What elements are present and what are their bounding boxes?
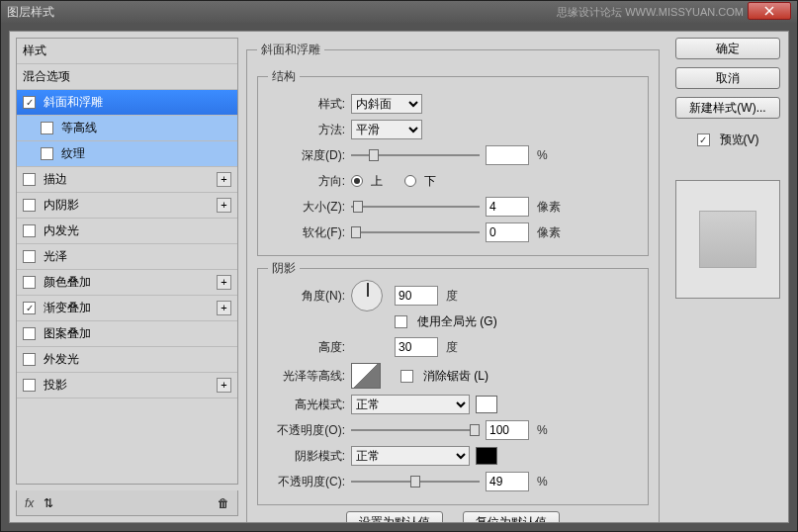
effect-checkbox[interactable] [41, 122, 53, 134]
sidebar-item[interactable]: 外发光 [17, 347, 237, 373]
sidebar-item[interactable]: 描边+ [17, 167, 237, 193]
trash-icon[interactable]: 🗑 [218, 496, 229, 510]
shadow-mode-label: 阴影模式: [268, 448, 345, 465]
ok-button[interactable]: 确定 [675, 38, 780, 59]
effect-checkbox[interactable] [23, 250, 36, 263]
watermark: 思缘设计论坛 WWW.MISSYUAN.COM [557, 5, 744, 20]
add-effect-icon[interactable]: + [217, 172, 231, 187]
preview-label: 预览(V) [720, 132, 759, 148]
sidebar-item[interactable]: 颜色叠加+ [17, 270, 237, 296]
depth-input[interactable] [486, 145, 529, 165]
size-slider[interactable] [351, 199, 480, 215]
reset-default-button[interactable]: 复位为默认值 [463, 511, 560, 522]
sidebar-item[interactable]: 投影+ [17, 373, 237, 399]
highlight-opacity-label: 不透明度(O): [268, 422, 345, 439]
effect-label: 纹理 [61, 145, 85, 162]
group-title: 斜面和浮雕 [257, 42, 324, 58]
effect-label: 投影 [44, 377, 67, 394]
angle-dial[interactable] [351, 280, 383, 311]
shadow-opacity-unit: % [537, 475, 548, 488]
angle-label: 角度(N): [268, 288, 345, 305]
highlight-mode-select[interactable]: 正常 [351, 395, 470, 414]
shadow-opacity-slider[interactable] [351, 474, 480, 489]
method-select[interactable]: 平滑 [351, 120, 422, 139]
angle-input[interactable] [395, 286, 438, 306]
depth-label: 深度(D): [268, 147, 345, 164]
new-style-button[interactable]: 新建样式(W)... [675, 97, 780, 119]
soften-slider[interactable] [351, 224, 480, 240]
effect-checkbox[interactable] [23, 199, 36, 212]
soften-label: 软化(F): [268, 224, 345, 241]
add-effect-icon[interactable]: + [217, 198, 231, 213]
style-label: 样式: [268, 96, 345, 113]
effect-label: 渐变叠加 [44, 300, 91, 316]
style-select[interactable]: 内斜面 [351, 94, 422, 114]
highlight-opacity-unit: % [537, 423, 548, 437]
direction-down-radio[interactable] [404, 175, 416, 187]
highlight-mode-label: 高光模式: [268, 397, 345, 413]
add-effect-icon[interactable]: + [217, 301, 231, 315]
shadow-mode-select[interactable]: 正常 [351, 446, 470, 466]
effect-checkbox[interactable] [23, 173, 36, 186]
effect-checkbox[interactable] [23, 379, 36, 392]
effect-label: 内阴影 [44, 197, 79, 214]
sidebar-item[interactable]: 等高线 [17, 116, 237, 141]
structure-title: 结构 [268, 68, 300, 85]
global-light-label: 使用全局光 (G) [417, 313, 497, 330]
close-button[interactable] [748, 2, 791, 20]
preview-checkbox[interactable] [697, 133, 710, 146]
effect-label: 图案叠加 [44, 325, 91, 342]
sidebar-item[interactable]: 内发光 [17, 219, 237, 244]
antialias-checkbox[interactable] [400, 370, 413, 383]
effect-label: 等高线 [61, 120, 97, 136]
shadow-color-swatch[interactable] [476, 447, 497, 465]
effect-label: 内发光 [44, 222, 79, 239]
sidebar-item[interactable]: 光泽 [17, 244, 237, 270]
titlebar: 图层样式 思缘设计论坛 WWW.MISSYUAN.COM [1, 1, 797, 23]
size-label: 大小(Z): [268, 199, 345, 216]
highlight-color-swatch[interactable] [476, 396, 497, 413]
add-effect-icon[interactable]: + [217, 378, 231, 393]
angle-unit: 度 [446, 288, 458, 305]
highlight-opacity-input[interactable] [486, 420, 529, 440]
effect-checkbox[interactable] [23, 96, 36, 109]
effect-checkbox[interactable] [23, 302, 36, 314]
effect-checkbox[interactable] [23, 353, 36, 366]
direction-down-label: 下 [424, 173, 436, 190]
depth-slider[interactable] [351, 147, 480, 163]
gloss-contour-picker[interactable] [351, 363, 381, 389]
shadow-opacity-input[interactable] [486, 472, 529, 491]
effect-checkbox[interactable] [23, 276, 36, 289]
direction-up-radio[interactable] [351, 175, 363, 187]
soften-unit: 像素 [537, 224, 561, 241]
effect-checkbox[interactable] [23, 327, 36, 340]
global-light-checkbox[interactable] [395, 315, 407, 328]
settings-panel: 斜面和浮雕 结构 样式: 内斜面 方法: 平滑 深度(D): [244, 32, 667, 522]
fx-icon[interactable]: fx [25, 496, 34, 510]
highlight-opacity-slider[interactable] [351, 422, 480, 438]
method-label: 方法: [268, 122, 345, 138]
make-default-button[interactable]: 设置为默认值 [346, 511, 443, 522]
effect-checkbox[interactable] [41, 147, 53, 160]
soften-input[interactable] [486, 222, 529, 242]
sidebar-item[interactable]: 斜面和浮雕 [17, 90, 237, 116]
add-effect-icon[interactable]: + [217, 275, 231, 290]
sidebar-blend-options[interactable]: 混合选项 [17, 64, 237, 90]
gloss-contour-label: 光泽等高线: [268, 368, 345, 385]
depth-unit: % [537, 148, 548, 162]
cancel-button[interactable]: 取消 [675, 67, 780, 89]
size-input[interactable] [486, 197, 529, 217]
altitude-unit: 度 [446, 339, 458, 356]
effect-label: 斜面和浮雕 [44, 94, 103, 111]
altitude-input[interactable] [395, 337, 438, 357]
effect-checkbox[interactable] [23, 224, 36, 237]
altitude-label: 高度: [268, 339, 345, 356]
sidebar-item[interactable]: 图案叠加 [17, 321, 237, 347]
sidebar-item[interactable]: 纹理 [17, 141, 237, 167]
arrows-icon[interactable]: ⇅ [44, 496, 53, 510]
sidebar-item[interactable]: 内阴影+ [17, 193, 237, 219]
direction-label: 方向: [268, 173, 345, 190]
antialias-label: 消除锯齿 (L) [423, 368, 488, 385]
bevel-emboss-group: 斜面和浮雕 结构 样式: 内斜面 方法: 平滑 深度(D): [246, 42, 660, 522]
sidebar-item[interactable]: 渐变叠加+ [17, 296, 237, 321]
